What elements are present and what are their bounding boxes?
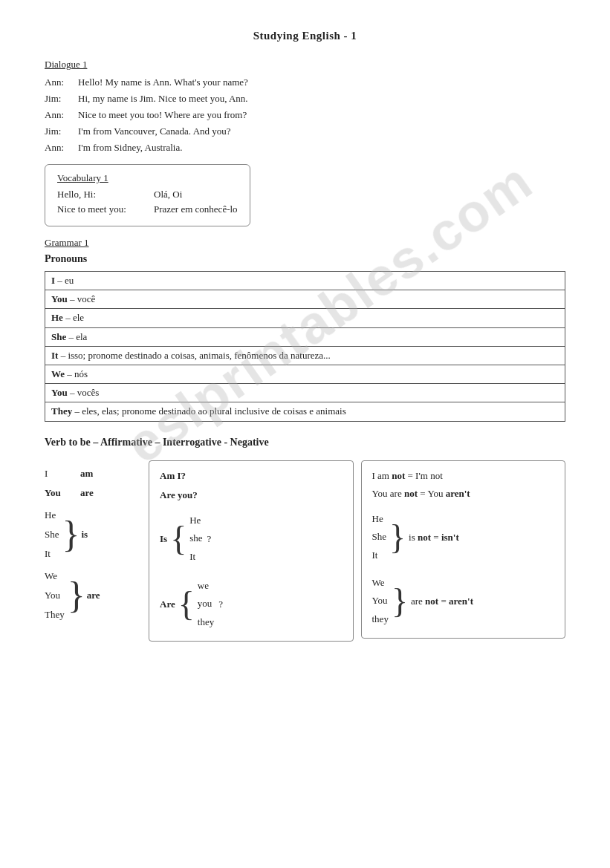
vocabulary-box: Vocabulary 1 Hello, Hi: Olá, Oi Nice to …	[45, 164, 250, 226]
neg-they: they	[372, 610, 389, 629]
interrog-question-2: ?	[218, 598, 223, 610]
pronoun-cell-I: I – eu	[45, 272, 565, 290]
negative-column: I am not = I'm not You are not = You are…	[361, 460, 566, 639]
interrogative-box: Am I? Are you? Is { He she It ? Are {	[149, 460, 354, 642]
vocabulary-heading: Vocabulary 1	[57, 172, 238, 184]
page-title: Studying English - 1	[45, 30, 565, 42]
speaker-5: Ann:	[45, 142, 78, 154]
neg-we: We	[372, 574, 389, 593]
affirm-he: He	[45, 506, 59, 525]
dialogue-line-3: Ann: Nice to meet you too! Where are you…	[45, 109, 565, 121]
dialogue-text-1: Hello! My name is Ann. What's your name?	[78, 76, 565, 88]
bracket-is-left: }	[62, 518, 80, 551]
interrog-verb-is: Is	[160, 533, 167, 545]
pronoun-row-They: They – eles, elas; pronome destinado ao …	[45, 402, 565, 421]
neg-is-group: He She It } is not = isn't	[372, 510, 555, 565]
dialogue-heading: Dialogue 1	[45, 59, 565, 71]
affirm-verb-are-you: are	[80, 483, 94, 503]
pronoun-cell-It: It – isso; pronome destinado a coisas, a…	[45, 346, 565, 365]
interrog-they: they	[198, 613, 214, 632]
pronoun-cell-She: She – ela	[45, 327, 565, 346]
grammar-heading: Grammar 1	[45, 237, 565, 249]
vocab-row-2: Nice to meet you: Prazer em conhecê-lo	[57, 203, 238, 215]
dialogue-text-3: Nice to meet you too! Where are you from…	[78, 109, 565, 121]
neg-line-1: I am not = I'm not	[372, 470, 555, 482]
neg-it: It	[372, 546, 387, 565]
affirm-you-row: You are	[45, 483, 141, 503]
dialogue-text-2: Hi, my name is Jim. Nice to meet you, An…	[78, 93, 565, 105]
vocab-label-2: Nice to meet you:	[57, 203, 146, 215]
pronouns-title: Pronouns	[45, 253, 565, 265]
bracket-neg-is: }	[389, 522, 406, 552]
interrog-are-you: Are you?	[160, 489, 343, 501]
verb-to-be-title: Verb to be – Affirmative – Interrogative…	[45, 437, 565, 448]
dialogue-line-1: Ann: Hello! My name is Ann. What's your …	[45, 76, 565, 88]
pronoun-row-You2: You – vocês	[45, 384, 565, 402]
affirm-verb-is: is	[82, 529, 88, 541]
interrog-verb-are: Are	[160, 598, 175, 610]
affirm-it: It	[45, 544, 59, 564]
pronoun-row-You: You – você	[45, 290, 565, 309]
pronoun-row-I: I – eu	[45, 272, 565, 290]
interrog-you: you	[198, 595, 214, 613]
interrog-she: she	[189, 529, 202, 548]
dialogue-line-4: Jim: I'm from Vancouver, Canada. And you…	[45, 125, 565, 137]
bracket-interrog-are: {	[178, 589, 195, 619]
affirm-verb-are: are	[87, 590, 100, 601]
affirm-i-row: I am	[45, 464, 141, 483]
neg-she: She	[372, 528, 387, 546]
bracket-are-left: }	[68, 578, 85, 612]
affirm-they: They	[45, 605, 65, 624]
interrog-is-group: Is { He she It ?	[160, 512, 343, 567]
affirm-she: She	[45, 525, 59, 544]
speaker-3: Ann:	[45, 109, 78, 121]
dialogue-text-5: I'm from Sidney, Australia.	[78, 142, 565, 154]
pronoun-row-She: She – ela	[45, 327, 565, 346]
bracket-neg-are: }	[392, 586, 408, 616]
interrog-it: It	[189, 548, 202, 567]
interrog-we: we	[198, 577, 214, 595]
pronoun-cell-You2: You – vocês	[45, 384, 565, 402]
affirm-pronoun-You: You	[45, 483, 80, 503]
affirm-you2: You	[45, 586, 65, 605]
pronoun-row-It: It – isso; pronome destinado a coisas, a…	[45, 346, 565, 365]
affirm-we: We	[45, 567, 65, 586]
pronoun-cell-They: They – eles, elas; pronome destinado ao …	[45, 402, 565, 421]
neg-you: You	[372, 592, 389, 610]
verb-to-be-section: Verb to be – Affirmative – Interrogative…	[45, 437, 565, 642]
negative-box: I am not = I'm not You are not = You are…	[361, 460, 566, 639]
neg-is-items: He She It	[372, 510, 387, 565]
vocab-row-1: Hello, Hi: Olá, Oi	[57, 189, 238, 200]
dialogue-lines: Ann: Hello! My name is Ann. What's your …	[45, 76, 565, 154]
interrog-is-items: He she It	[189, 512, 202, 567]
speaker-2: Jim:	[45, 93, 78, 105]
verb-columns: I am You are He She It } is We	[45, 460, 565, 642]
pronoun-cell-He: He – ele	[45, 309, 565, 327]
speaker-1: Ann:	[45, 76, 78, 88]
speaker-4: Jim:	[45, 125, 78, 137]
vocab-translation-1: Olá, Oi	[154, 189, 182, 200]
vocab-label-1: Hello, Hi:	[57, 189, 146, 200]
neg-are-group: We You they } are not = aren't	[372, 574, 555, 629]
dialogue-line-5: Ann: I'm from Sidney, Australia.	[45, 142, 565, 154]
neg-are-phrase: are not = aren't	[411, 595, 473, 607]
pronoun-cell-You: You – você	[45, 290, 565, 309]
dialogue-text-4: I'm from Vancouver, Canada. And you?	[78, 125, 565, 137]
bracket-interrog-is: {	[170, 523, 186, 554]
affirm-verb-am: am	[80, 464, 93, 483]
pronoun-cell-We: We – nós	[45, 365, 565, 383]
neg-are-items: We You they	[372, 574, 389, 629]
interrog-am-i: Am I?	[160, 470, 343, 482]
grammar-section: Grammar 1 Pronouns I – eu You – você He …	[45, 237, 565, 422]
interrog-are-group: Are { we you they ?	[160, 577, 343, 632]
neg-line-2: You are not = You aren't	[372, 488, 555, 500]
interrog-he: He	[189, 512, 202, 530]
interrog-question-1: ?	[207, 533, 212, 545]
pronoun-row-We: We – nós	[45, 365, 565, 383]
pronoun-row-He: He – ele	[45, 309, 565, 327]
interrog-are-items: we you they	[198, 577, 214, 632]
vocab-translation-2: Prazer em conhecê-lo	[154, 203, 238, 215]
affirmative-column: I am You are He She It } is We	[45, 460, 141, 624]
dialogue-section: Dialogue 1 Ann: Hello! My name is Ann. W…	[45, 59, 565, 154]
interrogative-column: Am I? Are you? Is { He she It ? Are {	[149, 460, 354, 642]
